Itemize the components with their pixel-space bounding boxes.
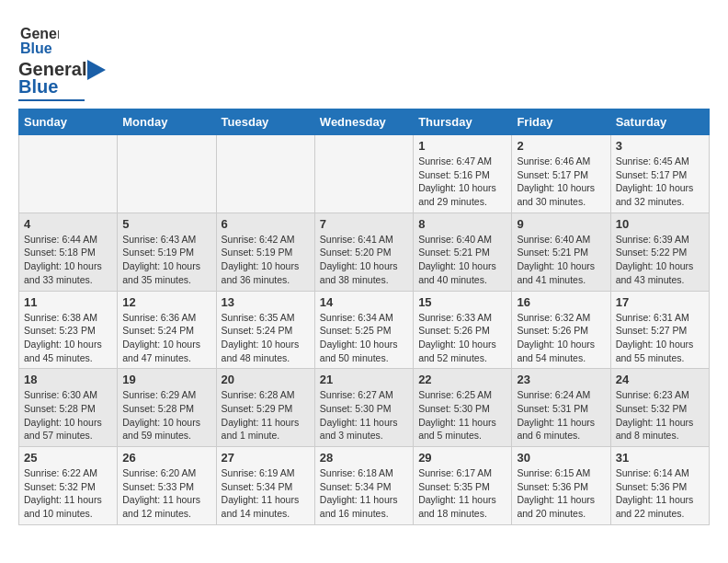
day-info: Sunrise: 6:18 AM Sunset: 5:34 PM Dayligh… [320,466,408,521]
calendar-cell: 29Sunrise: 6:17 AM Sunset: 5:35 PM Dayli… [414,447,512,525]
day-number: 10 [616,217,704,231]
day-number: 26 [122,451,210,465]
day-info: Sunrise: 6:40 AM Sunset: 5:21 PM Dayligh… [517,233,605,287]
day-info: Sunrise: 6:39 AM Sunset: 5:22 PM Dayligh… [616,233,704,287]
calendar-cell: 6Sunrise: 6:42 AM Sunset: 5:19 PM Daylig… [216,213,314,291]
calendar-cell: 12Sunrise: 6:36 AM Sunset: 5:24 PM Dayli… [118,291,216,369]
week-row-5: 25Sunrise: 6:22 AM Sunset: 5:32 PM Dayli… [19,447,710,525]
day-number: 2 [517,139,605,153]
header-cell-sunday: Sunday [19,109,118,135]
calendar-cell: 27Sunrise: 6:19 AM Sunset: 5:34 PM Dayli… [216,447,314,525]
header-cell-thursday: Thursday [414,109,512,135]
calendar-cell: 11Sunrise: 6:38 AM Sunset: 5:23 PM Dayli… [19,291,118,369]
calendar-cell: 3Sunrise: 6:45 AM Sunset: 5:17 PM Daylig… [610,135,709,213]
calendar-cell: 14Sunrise: 6:34 AM Sunset: 5:25 PM Dayli… [314,291,413,369]
week-row-1: 1Sunrise: 6:47 AM Sunset: 5:16 PM Daylig… [19,135,710,213]
day-number: 9 [517,217,605,231]
day-info: Sunrise: 6:15 AM Sunset: 5:36 PM Dayligh… [517,466,605,521]
calendar-cell: 7Sunrise: 6:41 AM Sunset: 5:20 PM Daylig… [314,213,413,291]
calendar-cell: 8Sunrise: 6:40 AM Sunset: 5:21 PM Daylig… [414,213,512,291]
week-row-4: 18Sunrise: 6:30 AM Sunset: 5:28 PM Dayli… [19,369,710,447]
header-cell-tuesday: Tuesday [216,109,314,135]
day-number: 19 [122,373,210,386]
calendar-cell: 26Sunrise: 6:20 AM Sunset: 5:33 PM Dayli… [118,447,216,525]
calendar-cell: 18Sunrise: 6:30 AM Sunset: 5:28 PM Dayli… [19,369,118,447]
day-number: 31 [616,451,704,465]
page-header: General Blue General Blue [18,18,710,101]
day-info: Sunrise: 6:22 AM Sunset: 5:32 PM Dayligh… [24,466,112,521]
calendar-cell: 10Sunrise: 6:39 AM Sunset: 5:22 PM Dayli… [610,213,709,291]
header-row: SundayMondayTuesdayWednesdayThursdayFrid… [19,109,710,135]
calendar-cell: 22Sunrise: 6:25 AM Sunset: 5:30 PM Dayli… [414,369,512,447]
header-cell-saturday: Saturday [610,109,709,135]
calendar-cell [19,135,118,213]
day-number: 6 [222,217,310,231]
day-info: Sunrise: 6:38 AM Sunset: 5:23 PM Dayligh… [24,311,112,365]
day-info: Sunrise: 6:47 AM Sunset: 5:16 PM Dayligh… [418,155,506,209]
day-number: 16 [517,295,605,309]
day-info: Sunrise: 6:36 AM Sunset: 5:24 PM Dayligh… [122,311,210,365]
day-info: Sunrise: 6:44 AM Sunset: 5:18 PM Dayligh… [24,233,112,287]
day-number: 24 [616,373,704,386]
day-info: Sunrise: 6:34 AM Sunset: 5:25 PM Dayligh… [320,311,408,365]
calendar-header: SundayMondayTuesdayWednesdayThursdayFrid… [19,109,710,135]
day-info: Sunrise: 6:46 AM Sunset: 5:17 PM Dayligh… [517,155,605,209]
calendar-cell: 31Sunrise: 6:14 AM Sunset: 5:36 PM Dayli… [610,447,709,525]
calendar-body: 1Sunrise: 6:47 AM Sunset: 5:16 PM Daylig… [19,135,710,525]
svg-text:General: General [20,26,59,41]
calendar-cell: 17Sunrise: 6:31 AM Sunset: 5:27 PM Dayli… [610,291,709,369]
day-info: Sunrise: 6:42 AM Sunset: 5:19 PM Dayligh… [222,233,310,287]
svg-text:Blue: Blue [20,40,52,56]
header-cell-monday: Monday [118,109,216,135]
svg-marker-3 [87,60,106,80]
day-info: Sunrise: 6:25 AM Sunset: 5:30 PM Dayligh… [418,388,506,442]
day-number: 7 [320,217,408,231]
calendar-cell [118,135,216,213]
week-row-3: 11Sunrise: 6:38 AM Sunset: 5:23 PM Dayli… [19,291,710,369]
day-info: Sunrise: 6:19 AM Sunset: 5:34 PM Dayligh… [222,466,310,521]
day-number: 5 [122,217,210,231]
day-info: Sunrise: 6:43 AM Sunset: 5:19 PM Dayligh… [122,233,210,287]
day-number: 21 [320,373,408,386]
header-cell-wednesday: Wednesday [314,109,413,135]
day-info: Sunrise: 6:28 AM Sunset: 5:29 PM Dayligh… [222,388,310,442]
day-number: 28 [320,451,408,465]
calendar-cell: 13Sunrise: 6:35 AM Sunset: 5:24 PM Dayli… [216,291,314,369]
day-number: 29 [418,451,506,465]
calendar-cell: 24Sunrise: 6:23 AM Sunset: 5:32 PM Dayli… [610,369,709,447]
day-info: Sunrise: 6:30 AM Sunset: 5:28 PM Dayligh… [24,388,112,442]
day-number: 18 [24,373,112,386]
logo-blue-text: Blue [18,76,58,97]
calendar-cell [216,135,314,213]
day-number: 17 [616,295,704,309]
calendar-cell: 20Sunrise: 6:28 AM Sunset: 5:29 PM Dayli… [216,369,314,447]
day-number: 20 [222,373,310,386]
calendar-cell: 2Sunrise: 6:46 AM Sunset: 5:17 PM Daylig… [512,135,610,213]
logo: General Blue General Blue [18,18,106,101]
day-info: Sunrise: 6:45 AM Sunset: 5:17 PM Dayligh… [616,155,704,209]
calendar-cell: 23Sunrise: 6:24 AM Sunset: 5:31 PM Dayli… [512,369,610,447]
logo-arrow-icon [87,60,106,80]
day-number: 22 [418,373,506,386]
logo-underline [18,99,85,101]
day-number: 4 [24,217,112,231]
header-cell-friday: Friday [512,109,610,135]
calendar-cell: 21Sunrise: 6:27 AM Sunset: 5:30 PM Dayli… [314,369,413,447]
day-number: 8 [418,217,506,231]
day-number: 23 [517,373,605,386]
calendar-table: SundayMondayTuesdayWednesdayThursdayFrid… [18,109,710,525]
day-number: 13 [222,295,310,309]
day-info: Sunrise: 6:33 AM Sunset: 5:26 PM Dayligh… [418,311,506,365]
day-info: Sunrise: 6:40 AM Sunset: 5:21 PM Dayligh… [418,233,506,287]
logo-icon: General Blue [18,18,59,59]
calendar-cell [314,135,413,213]
day-info: Sunrise: 6:23 AM Sunset: 5:32 PM Dayligh… [616,388,704,442]
day-info: Sunrise: 6:17 AM Sunset: 5:35 PM Dayligh… [418,466,506,521]
calendar-cell: 5Sunrise: 6:43 AM Sunset: 5:19 PM Daylig… [118,213,216,291]
day-number: 25 [24,451,112,465]
day-number: 1 [418,139,506,153]
calendar-cell: 4Sunrise: 6:44 AM Sunset: 5:18 PM Daylig… [19,213,118,291]
day-info: Sunrise: 6:24 AM Sunset: 5:31 PM Dayligh… [517,388,605,442]
calendar-cell: 19Sunrise: 6:29 AM Sunset: 5:28 PM Dayli… [118,369,216,447]
day-number: 12 [122,295,210,309]
